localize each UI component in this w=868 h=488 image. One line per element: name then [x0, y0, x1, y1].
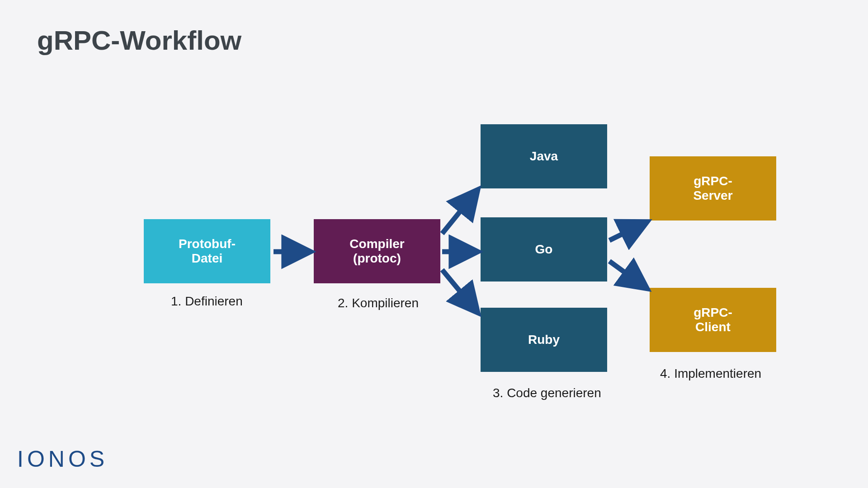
step-label-3: 3. Code generieren	[493, 386, 601, 400]
step-label-2: 2. Kompilieren	[338, 296, 419, 310]
box-label: Protobuf- Datei	[179, 237, 236, 266]
box-grpc-client: gRPC- Client	[650, 288, 776, 352]
arrow-compiler-to-java	[442, 191, 477, 234]
box-label: Compiler (protoc)	[349, 237, 404, 266]
arrow-go-to-server	[609, 222, 646, 240]
box-label: Ruby	[528, 333, 560, 347]
box-label: Go	[535, 242, 553, 257]
box-label: Java	[530, 149, 558, 164]
box-ruby: Ruby	[481, 308, 607, 372]
box-compiler-protoc: Compiler (protoc)	[314, 219, 440, 283]
box-protobuf-datei: Protobuf- Datei	[144, 219, 270, 283]
box-grpc-server: gRPC- Server	[650, 156, 776, 221]
box-label: gRPC- Client	[693, 305, 732, 334]
arrow-compiler-to-ruby	[442, 270, 477, 312]
diagram-title: gRPC-Workflow	[37, 25, 241, 56]
arrow-go-to-client	[609, 261, 646, 288]
step-label-4: 4. Implementieren	[660, 366, 761, 381]
box-java: Java	[481, 124, 607, 188]
step-label-1: 1. Definieren	[171, 294, 243, 309]
box-go: Go	[481, 217, 607, 282]
box-label: gRPC- Server	[693, 174, 732, 203]
ionos-logo: IONOS	[17, 446, 108, 472]
